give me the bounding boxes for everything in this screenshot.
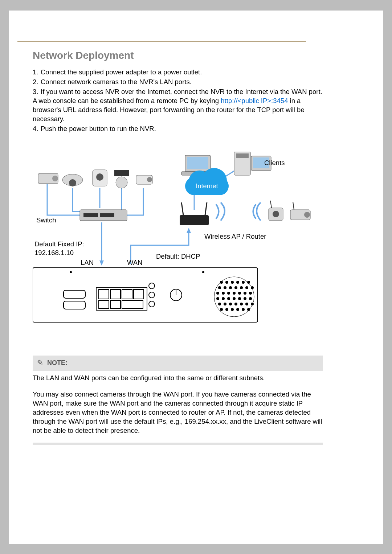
svg-point-79 bbox=[229, 303, 232, 305]
svg-point-57 bbox=[224, 286, 226, 289]
svg-line-27 bbox=[270, 201, 271, 208]
svg-point-76 bbox=[249, 297, 252, 300]
svg-point-55 bbox=[247, 281, 250, 284]
svg-point-26 bbox=[273, 211, 279, 217]
svg-point-54 bbox=[242, 281, 245, 284]
header-divider bbox=[17, 41, 306, 42]
svg-point-71 bbox=[222, 297, 225, 300]
svg-point-58 bbox=[229, 286, 232, 289]
camera-icon bbox=[290, 202, 310, 220]
step-text: Connect the supplied power adapter to a … bbox=[41, 68, 202, 76]
svg-point-83 bbox=[251, 303, 254, 305]
example-url: http://<public IP>:3454 bbox=[221, 97, 288, 104]
step-item: 3.If you want to access NVR over the Int… bbox=[33, 87, 323, 124]
switch-label: Switch bbox=[36, 216, 56, 224]
default-fixed-ip-label: Default Fixed IP: bbox=[34, 240, 84, 248]
svg-point-52 bbox=[231, 281, 234, 284]
lan-label: LAN bbox=[81, 259, 94, 267]
svg-rect-40 bbox=[134, 290, 144, 299]
svg-line-16 bbox=[181, 202, 183, 215]
svg-rect-39 bbox=[122, 290, 132, 299]
clients-label: Clients bbox=[264, 159, 285, 167]
svg-point-51 bbox=[225, 281, 228, 284]
svg-point-89 bbox=[247, 308, 250, 311]
step-text: Push the power button to run the NVR. bbox=[41, 125, 156, 132]
camera-icon bbox=[114, 170, 129, 188]
svg-rect-15 bbox=[180, 215, 209, 225]
svg-point-87 bbox=[236, 308, 239, 311]
svg-rect-34 bbox=[64, 290, 85, 298]
svg-point-85 bbox=[225, 308, 228, 311]
svg-point-46 bbox=[149, 301, 155, 307]
internet-cloud: Internet bbox=[185, 177, 229, 195]
svg-rect-19 bbox=[187, 157, 208, 169]
pencil-icon: ✎ bbox=[36, 358, 44, 368]
svg-point-88 bbox=[242, 308, 245, 311]
svg-point-67 bbox=[238, 292, 241, 295]
note-body: The LAN and WAN ports can be configured … bbox=[33, 374, 323, 435]
svg-point-32 bbox=[70, 271, 72, 273]
note-label: NOTE: bbox=[47, 359, 68, 367]
svg-point-65 bbox=[227, 292, 230, 295]
switch-icon bbox=[80, 210, 127, 221]
svg-point-61 bbox=[245, 286, 248, 289]
svg-rect-13 bbox=[83, 213, 98, 217]
camera-icon bbox=[93, 170, 107, 186]
svg-point-62 bbox=[251, 286, 254, 289]
svg-point-64 bbox=[222, 292, 225, 295]
svg-point-7 bbox=[96, 173, 103, 181]
page-number: 15 bbox=[288, 515, 294, 521]
page-title: Network Deployment bbox=[33, 50, 323, 61]
svg-point-86 bbox=[231, 308, 234, 311]
svg-point-82 bbox=[245, 303, 248, 305]
svg-rect-8 bbox=[114, 170, 129, 176]
step-item: 2.Connect network cameras to the NVR's L… bbox=[33, 78, 323, 87]
svg-point-70 bbox=[216, 297, 219, 300]
step-item: 1.Connect the supplied power adapter to … bbox=[33, 68, 323, 77]
svg-point-80 bbox=[234, 303, 237, 305]
svg-point-63 bbox=[216, 292, 219, 295]
svg-point-73 bbox=[233, 297, 236, 300]
default-fixed-ip-value: 192.168.1.10 bbox=[34, 249, 74, 257]
svg-point-69 bbox=[249, 292, 252, 295]
wan-label: WAN bbox=[127, 259, 142, 267]
svg-point-78 bbox=[224, 303, 226, 305]
default-dhcp-label: Default: DHCP bbox=[156, 253, 200, 260]
camera-icon bbox=[136, 175, 152, 184]
svg-rect-42 bbox=[110, 300, 121, 308]
camera-icon bbox=[38, 173, 58, 184]
svg-rect-22 bbox=[236, 153, 249, 158]
svg-point-11 bbox=[147, 177, 152, 182]
note-paragraph: The LAN and WAN ports can be configured … bbox=[33, 374, 323, 383]
note-block: ✎ NOTE: The LAN and WAN ports can be con… bbox=[33, 356, 323, 445]
nvr-back-panel-icon bbox=[33, 268, 258, 322]
svg-marker-0 bbox=[99, 260, 104, 266]
steps-list: 1.Connect the supplied power adapter to … bbox=[33, 68, 323, 134]
svg-point-75 bbox=[244, 297, 246, 300]
svg-rect-41 bbox=[99, 300, 109, 308]
svg-point-33 bbox=[202, 271, 204, 273]
svg-point-72 bbox=[227, 297, 230, 300]
svg-line-17 bbox=[205, 202, 207, 215]
svg-point-29 bbox=[304, 212, 310, 218]
step-text: Connect network cameras to the NVR's LAN… bbox=[41, 78, 192, 86]
svg-point-60 bbox=[240, 286, 243, 289]
svg-point-66 bbox=[233, 292, 236, 295]
note-paragraph: You may also connect cameras through the… bbox=[33, 390, 323, 435]
svg-rect-14 bbox=[100, 213, 114, 217]
svg-point-74 bbox=[238, 297, 241, 300]
svg-rect-35 bbox=[64, 301, 85, 309]
network-diagram: Internet Clients Switch Default Fixed IP… bbox=[33, 152, 323, 329]
camera-icon bbox=[269, 201, 283, 221]
svg-point-77 bbox=[218, 303, 221, 305]
step-item: 4.Push the power button to run the NVR. bbox=[33, 124, 323, 134]
footer-label: User's Manual - bbox=[249, 515, 289, 521]
page-footer: User's Manual - 15 bbox=[249, 515, 294, 521]
svg-point-5 bbox=[69, 179, 76, 186]
svg-rect-43 bbox=[122, 300, 143, 308]
svg-point-81 bbox=[240, 303, 243, 305]
svg-point-56 bbox=[218, 286, 221, 289]
svg-point-59 bbox=[234, 286, 237, 289]
svg-point-68 bbox=[244, 292, 246, 295]
svg-rect-38 bbox=[110, 290, 121, 299]
